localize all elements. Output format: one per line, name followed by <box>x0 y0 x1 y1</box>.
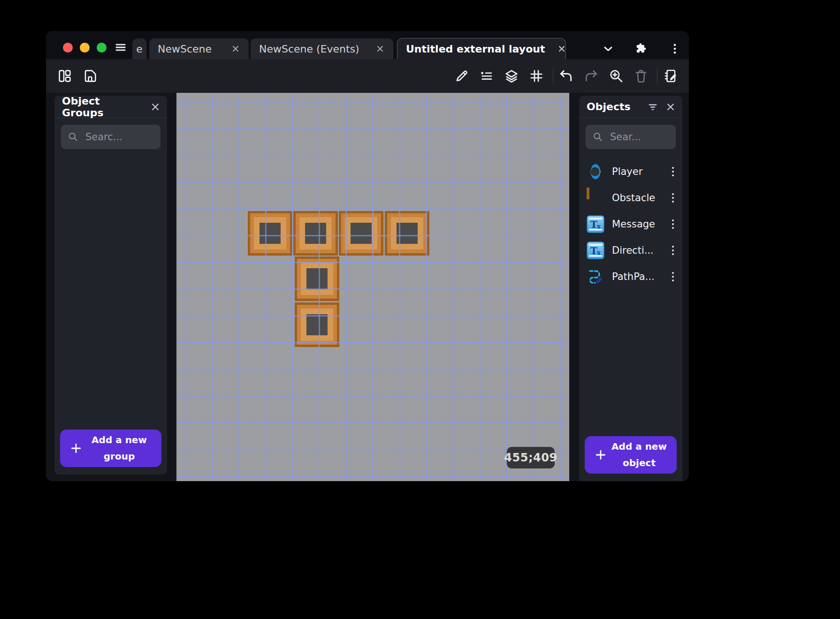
tab-newscene-events[interactable]: NewScene (Events) <box>251 38 393 59</box>
object-row-directions[interactable]: T x Directi... <box>579 237 682 264</box>
text-object-icon: T x <box>587 215 604 233</box>
obstacle-block-instance[interactable] <box>339 211 383 256</box>
object-groups-header: Object Groups <box>54 96 167 118</box>
more-options-kebab-icon[interactable] <box>668 42 681 55</box>
cursor-coordinates-badge: 455;409 <box>507 447 555 468</box>
objects-searchbox <box>586 125 676 149</box>
close-tab-icon[interactable] <box>375 44 385 53</box>
object-menu-kebab-icon[interactable] <box>667 192 679 204</box>
close-tab-icon[interactable] <box>231 44 240 53</box>
add-group-label: Add a new group <box>83 432 161 465</box>
fullscreen-window-button[interactable] <box>97 43 107 53</box>
search-icon <box>592 131 603 143</box>
obstacle-block-instance[interactable] <box>295 257 339 301</box>
search-input[interactable] <box>609 131 670 143</box>
object-row-obstacle[interactable]: Obstacle <box>579 185 682 211</box>
add-object-label: Add a new object <box>607 438 677 471</box>
save-icon[interactable] <box>83 68 98 83</box>
text-object-icon: T x <box>587 242 604 259</box>
obstacle-block-instance[interactable] <box>385 211 429 256</box>
object-menu-kebab-icon[interactable] <box>667 244 679 257</box>
blocks-layer <box>176 93 569 481</box>
grid-icon[interactable] <box>529 68 544 83</box>
tab-label: NewScene <box>158 43 212 55</box>
object-menu-kebab-icon[interactable] <box>667 166 679 178</box>
tab-bar: e NewScene NewScene (Events) Untitled ex… <box>46 31 689 59</box>
svg-text:T: T <box>590 245 597 257</box>
editor-content: 455;409 Object Groups Add a new group <box>46 93 689 481</box>
search-icon <box>68 131 79 143</box>
toolbar-separator <box>657 68 657 84</box>
app-window: e NewScene NewScene (Events) Untitled ex… <box>46 31 689 481</box>
layers-icon[interactable] <box>504 68 519 83</box>
tab-untitled-external-layout[interactable]: Untitled external layout <box>397 38 566 59</box>
tab-newscene[interactable]: NewScene <box>149 38 249 59</box>
add-object-button[interactable]: Add a new object <box>585 436 677 474</box>
panel-title: Object Groups <box>62 95 143 119</box>
object-label: Player <box>612 166 667 177</box>
toolbar-separator <box>553 68 553 84</box>
obstacle-block-instance[interactable] <box>295 302 339 347</box>
objects-header: Objects <box>579 96 682 118</box>
edit-pencil-icon[interactable] <box>454 68 469 83</box>
object-groups-panel: Object Groups Add a new group <box>54 96 167 475</box>
zoom-in-icon[interactable] <box>609 68 624 83</box>
obstacle-block-instance[interactable] <box>248 211 292 256</box>
object-row-message[interactable]: T x Message <box>579 211 682 237</box>
main-menu-icon[interactable] <box>113 41 129 53</box>
edit-scene-properties-icon[interactable] <box>664 68 679 83</box>
plus-icon <box>594 448 607 461</box>
objects-list: Player Obstacle <box>579 159 682 290</box>
object-groups-searchbox <box>61 125 160 149</box>
player-sprite-icon <box>587 163 604 181</box>
obstacle-sprite-icon <box>587 189 604 207</box>
object-row-player[interactable]: Player <box>579 159 682 185</box>
svg-text:x: x <box>597 249 601 256</box>
close-tab-icon[interactable] <box>557 44 566 53</box>
panel-title: Objects <box>587 101 640 113</box>
add-group-button[interactable]: Add a new group <box>60 430 161 467</box>
undo-icon[interactable] <box>558 68 573 83</box>
object-label: PathPa... <box>612 271 667 282</box>
tab-clipped[interactable]: e <box>132 38 146 59</box>
path-draw-icon <box>587 268 604 286</box>
tab-label: e <box>136 43 143 55</box>
open-panels-layout-icon[interactable] <box>57 68 72 83</box>
redo-icon[interactable] <box>584 68 599 83</box>
object-label: Message <box>612 219 667 230</box>
objects-panel: Objects <box>579 96 682 481</box>
close-panel-icon[interactable] <box>150 102 160 112</box>
trash-icon[interactable] <box>634 68 649 83</box>
object-label: Directi... <box>612 245 667 256</box>
obstacle-block-instance[interactable] <box>293 211 338 256</box>
traffic-lights <box>63 43 107 53</box>
search-input[interactable] <box>84 131 155 143</box>
object-label: Obstacle <box>612 192 667 204</box>
object-row-pathpaint[interactable]: PathPa... <box>579 264 682 290</box>
svg-text:T: T <box>590 219 597 230</box>
close-panel-icon[interactable] <box>665 102 676 112</box>
object-menu-kebab-icon[interactable] <box>667 218 679 230</box>
plus-icon <box>69 442 83 455</box>
tab-label: NewScene (Events) <box>259 43 359 55</box>
close-window-button[interactable] <box>63 43 73 53</box>
extensions-puzzle-icon[interactable] <box>634 42 648 55</box>
filter-icon[interactable] <box>648 102 658 112</box>
tab-label: Untitled external layout <box>406 43 545 55</box>
instances-list-icon[interactable] <box>479 68 494 83</box>
chevron-down-icon[interactable] <box>602 42 615 55</box>
toolbar: Preview Publish <box>46 59 689 93</box>
object-menu-kebab-icon[interactable] <box>667 271 679 283</box>
minimize-window-button[interactable] <box>80 43 90 53</box>
scene-canvas[interactable]: 455;409 <box>176 93 569 481</box>
svg-text:x: x <box>597 223 601 230</box>
